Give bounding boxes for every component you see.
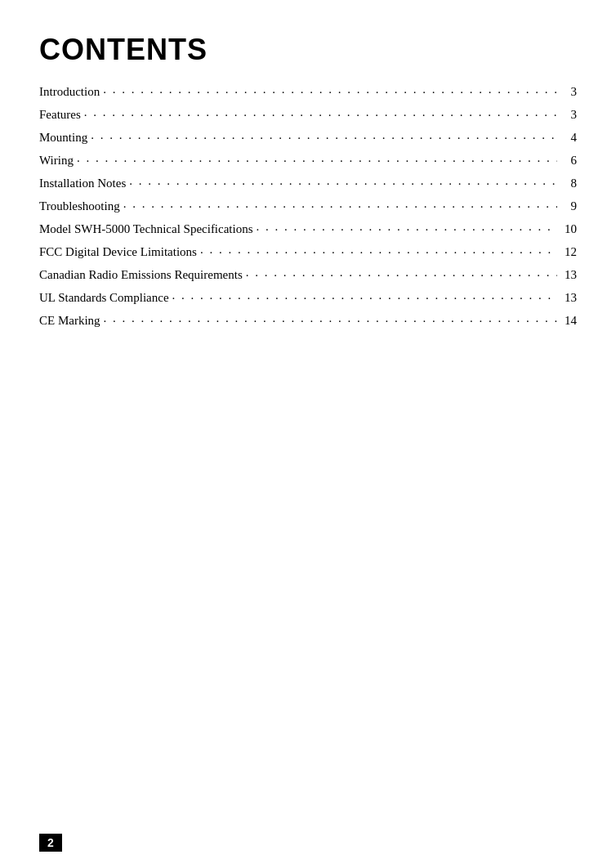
toc-page-number: 3: [560, 105, 577, 124]
toc-dots: [123, 194, 557, 213]
table-of-contents: Introduction3Features3Mounting4Wiring6In…: [39, 82, 577, 330]
page-title: CONTENTS: [39, 33, 577, 67]
toc-dots: [91, 125, 557, 145]
toc-page-number: 13: [560, 288, 577, 307]
toc-label: CE Marking: [39, 311, 100, 330]
toc-label: Mounting: [39, 128, 87, 147]
toc-dots: [129, 171, 557, 190]
toc-dots: [200, 239, 557, 259]
toc-row: Troubleshooting9: [39, 196, 577, 216]
toc-dots: [246, 262, 557, 282]
toc-row: Features3: [39, 105, 577, 124]
toc-page-number: 6: [560, 150, 577, 170]
toc-page-number: 4: [560, 128, 577, 147]
toc-label: UL Standards Compliance: [39, 288, 169, 307]
toc-label: Introduction: [39, 82, 100, 101]
toc-page-number: 3: [560, 82, 577, 101]
toc-dots: [104, 308, 557, 328]
toc-dots: [103, 79, 557, 99]
toc-label: Canadian Radio Emissions Requirements: [39, 265, 243, 284]
toc-row: Mounting4: [39, 128, 577, 147]
toc-row: Wiring6: [39, 150, 577, 170]
toc-label: Features: [39, 105, 81, 124]
toc-page-number: 8: [560, 173, 577, 193]
toc-label: FCC Digital Device Limitations: [39, 242, 197, 262]
toc-page-number: 10: [560, 219, 577, 239]
toc-label: Model SWH-5000 Technical Specifications: [39, 219, 253, 239]
toc-label: Installation Notes: [39, 173, 126, 193]
toc-row: Model SWH-5000 Technical Specifications1…: [39, 219, 577, 239]
toc-label: Wiring: [39, 150, 74, 170]
toc-row: FCC Digital Device Limitations12: [39, 242, 577, 262]
toc-dots: [77, 148, 557, 168]
toc-dots: [257, 217, 557, 236]
toc-row: Installation Notes8: [39, 173, 577, 193]
toc-page-number: 13: [560, 265, 577, 284]
toc-dots: [84, 102, 557, 122]
toc-page-number: 14: [560, 311, 577, 330]
toc-row: UL Standards Compliance13: [39, 288, 577, 307]
toc-page-number: 9: [560, 196, 577, 216]
page-footer: 2: [0, 834, 616, 852]
page-number: 2: [39, 834, 62, 852]
toc-row: Introduction3: [39, 82, 577, 101]
toc-row: Canadian Radio Emissions Requirements13: [39, 265, 577, 284]
toc-row: CE Marking14: [39, 311, 577, 330]
page: CONTENTS Introduction3Features3Mounting4…: [0, 0, 616, 868]
toc-label: Troubleshooting: [39, 196, 120, 216]
toc-dots: [172, 285, 557, 305]
toc-page-number: 12: [560, 242, 577, 262]
